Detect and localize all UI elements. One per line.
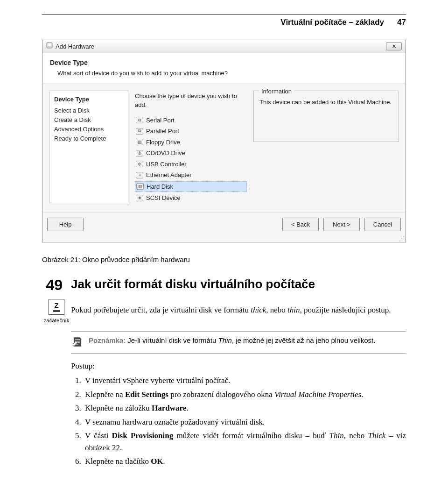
close-icon: ✕ [392, 43, 396, 50]
header-rule [42, 14, 406, 14]
floppy-icon: ▤ [136, 139, 143, 145]
device-floppy-drive[interactable]: ▤Floppy Drive [135, 137, 247, 148]
serial-port-icon: ⧉ [136, 117, 143, 123]
device-ethernet-adapter[interactable]: ⌗Ethernet Adapter [135, 170, 247, 180]
text: . [361, 390, 363, 399]
help-button[interactable]: Help [47, 218, 84, 232]
device-label: CD/DVD Drive [146, 149, 185, 158]
close-button[interactable]: ✕ [386, 42, 402, 50]
device-label: SCSI Device [146, 193, 181, 203]
intro-row: Z začátečník Pokud potřebujete určit, zd… [42, 296, 406, 325]
page-number: 47 [397, 16, 406, 28]
text: pro zobrazení dialogového okna [168, 390, 274, 399]
device-scsi-device[interactable]: ◈SCSI Device [135, 193, 247, 203]
device-type-hint: Choose the type of device you wish to ad… [135, 92, 247, 110]
step-3: Klepněte na záložku Hardware. [83, 402, 406, 414]
device-parallel-port[interactable]: ⧉Parallel Port [135, 126, 247, 136]
badge-bar-icon [53, 310, 60, 312]
text-italic: Thick [368, 431, 385, 440]
device-label: Floppy Drive [146, 138, 180, 147]
tip-heading-row: 49 Jak určit formát disku virtuálního po… [42, 277, 406, 292]
wizard-step[interactable]: Advanced Options [54, 125, 123, 134]
text: V inventári vSphere vyberte virtuální po… [85, 376, 230, 385]
device-label: Serial Port [146, 116, 175, 125]
text: , je možné jej zvětšit až na jeho plnou … [232, 336, 376, 344]
wizard-step[interactable]: Select a Disk [54, 106, 123, 115]
text-bold: Hardware [152, 404, 186, 412]
dialog-titlebar: Add Hardware ✕ [42, 40, 406, 54]
app-icon [46, 42, 53, 51]
next-button[interactable]: Next > [323, 218, 360, 232]
device-label: USB Controller [146, 160, 187, 169]
note-box: Poznámka: Je-li virtuální disk ve formát… [71, 331, 406, 348]
step-2: Klepněte na Edit Settings pro zobrazení … [83, 389, 406, 401]
note-bottom-rule [71, 353, 406, 354]
text-bold: Disk Provisioning [112, 431, 174, 440]
note-icon [71, 335, 84, 348]
procedure-steps: V inventári vSphere vyberte virtuální po… [71, 375, 406, 468]
information-legend: Information [259, 87, 294, 96]
text-italic: Thin [218, 336, 232, 344]
text: V části [85, 431, 112, 440]
scsi-icon: ◈ [136, 195, 143, 201]
device-label: Hard Disk [147, 182, 173, 192]
tip-heading: Jak určit formát disku virtuálního počít… [71, 277, 315, 291]
wizard-steps-panel: Device Type Select a Disk Create a Disk … [49, 91, 128, 203]
information-panel: Information This device can be added to … [253, 91, 399, 203]
ethernet-icon: ⌗ [136, 172, 143, 178]
device-list: ⧉Serial Port ⧉Parallel Port ▤Floppy Driv… [135, 115, 247, 203]
intro-paragraph: Pokud potřebujete určit, zda je virtuáln… [71, 304, 406, 317]
procedure-label: Postup: [71, 360, 406, 372]
section-title: Device Type [50, 58, 398, 68]
device-cd-dvd-drive[interactable]: ◎CD/DVD Drive [135, 148, 247, 158]
cancel-button[interactable]: Cancel [364, 218, 401, 232]
running-title: Virtuální počítače – základy [280, 16, 384, 28]
badge-letter: Z [54, 302, 58, 309]
text: Klepněte na záložku [85, 404, 152, 412]
text: Je-li virtuální disk ve formátu [126, 336, 218, 344]
back-button[interactable]: < Back [282, 218, 319, 232]
device-hard-disk[interactable]: ▥Hard Disk [135, 181, 247, 192]
text: . [163, 457, 165, 466]
wizard-step[interactable]: Ready to Complete [54, 134, 123, 143]
step-5: V části Disk Provisioning můžete vidět f… [83, 430, 406, 454]
device-type-panel: Choose the type of device you wish to ad… [135, 91, 247, 203]
dialog-button-bar: Help < Back Next > Cancel [42, 213, 406, 237]
text: V seznamu hardwaru označte požadovaný vi… [85, 418, 265, 426]
add-hardware-dialog: Add Hardware ✕ Device Type What sort of … [42, 40, 406, 243]
text: můžete vidět formát virtuálního disku – … [173, 431, 329, 440]
text: Klepněte na [85, 390, 125, 399]
step-1: V inventári vSphere vyberte virtuální po… [83, 375, 406, 387]
dialog-title: Add Hardware [56, 42, 94, 51]
svg-rect-1 [48, 43, 51, 46]
tip-number: 49 [42, 277, 63, 292]
text: Klepněte na tlačítko [85, 457, 151, 466]
cd-icon: ◎ [136, 150, 143, 156]
text-italic: Thin [329, 431, 344, 440]
level-badge-label: začátečník [44, 317, 70, 325]
device-label: Parallel Port [146, 127, 179, 136]
text: , nebo [266, 305, 287, 314]
text-bold: OK [151, 457, 163, 466]
resize-grip-icon[interactable]: ⋰ [42, 237, 406, 242]
device-usb-controller[interactable]: ψUSB Controller [135, 159, 247, 170]
text: Pokud potřebujete určit, zda je virtuáln… [71, 305, 251, 314]
device-label: Ethernet Adapter [146, 170, 192, 180]
text-bold: Edit Settings [125, 390, 168, 399]
wizard-step-header: Device Type [54, 95, 123, 104]
figure-caption: Obrázek 21: Okno průvodce přidáním hardw… [42, 255, 406, 265]
text: , nebo [344, 431, 368, 440]
note-text: Poznámka: Je-li virtuální disk ve formát… [89, 335, 375, 346]
dialog-header-section: Device Type What sort of device do you w… [42, 53, 406, 84]
device-serial-port[interactable]: ⧉Serial Port [135, 115, 247, 126]
information-fieldset: Information This device can be added to … [253, 91, 399, 142]
parallel-port-icon: ⧉ [136, 128, 143, 135]
text-italic: thin [287, 305, 300, 314]
wizard-step[interactable]: Create a Disk [54, 115, 123, 125]
usb-icon: ψ [136, 161, 143, 167]
hard-disk-icon: ▥ [136, 183, 144, 190]
running-header: Virtuální počítače – základy 47 [42, 16, 406, 28]
text-italic: Virtual Machine Properties [274, 390, 361, 399]
level-badge: Z [49, 299, 64, 315]
level-badge-column: Z začátečník [42, 296, 71, 325]
